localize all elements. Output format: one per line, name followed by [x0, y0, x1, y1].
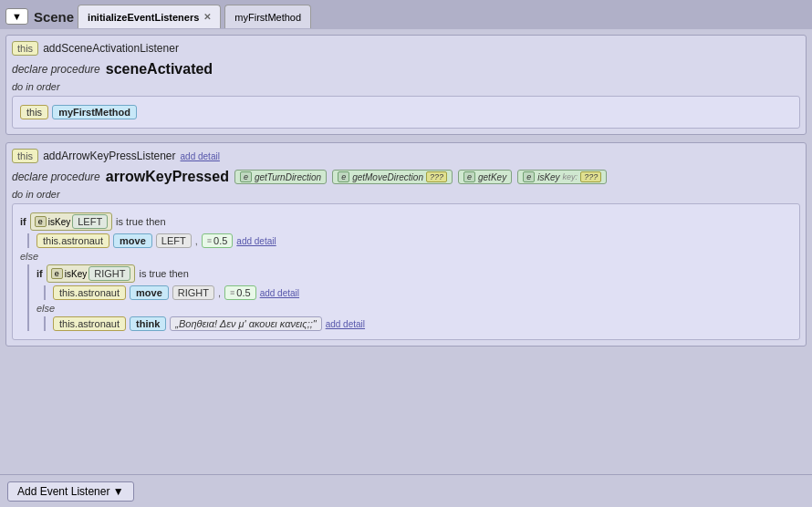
think-text-value: „Βοηθεια! Δεν μ' ακουει κανεις;;": [175, 318, 316, 329]
param-getKey-label: getKey: [478, 172, 506, 182]
think-row: this.astronaut think „Βοηθεια! Δεν μ' ακ…: [53, 316, 792, 331]
section1-this-tag: this: [12, 41, 38, 56]
param-getTurnDirection-label: getTurnDirection: [255, 172, 321, 182]
param-getKey: e getKey: [458, 170, 512, 184]
param-isKey-ques: ???: [580, 171, 601, 182]
param-isKey: e isKey key: ???: [517, 170, 607, 184]
number-0.5-1: ≡ 0.5: [202, 233, 234, 248]
number-val-2: 0.5: [236, 287, 250, 298]
main-content: this addSceneActivationListener declare …: [0, 29, 812, 474]
section1-code-block: this myFirstMethod: [12, 96, 800, 129]
key-LEFT-tag: LEFT: [72, 214, 108, 229]
add-detail-3[interactable]: add detail: [326, 319, 365, 329]
tab-myFirstMethod-label: myFirstMethod: [234, 12, 301, 23]
move-right-row: this.astronaut move RIGHT , ≡ 0.5 add de…: [53, 285, 792, 300]
section1-this-obj-label: this: [26, 107, 42, 118]
section2-outer-block: if e isKey LEFT is true then this.astron…: [12, 203, 800, 340]
scene-title: Scene: [34, 9, 74, 25]
move-method-2[interactable]: move: [130, 285, 169, 300]
param-getMoveDirection: e getMoveDirection ???: [332, 170, 453, 184]
tab-initializeEventListeners[interactable]: initializeEventListeners ✕: [78, 5, 221, 28]
astronaut-obj-3-label: this.astronaut: [59, 318, 120, 329]
e-inner-1: e: [35, 216, 47, 227]
move-method-1[interactable]: move: [113, 233, 152, 248]
dir-RIGHT: RIGHT: [172, 285, 214, 300]
is-true-text-2: is true then: [139, 268, 188, 279]
astronaut-obj-1[interactable]: this.astronaut: [36, 233, 109, 248]
param-e-tag-3: e: [463, 171, 475, 182]
section1-declare: declare procedure sceneActivated: [12, 61, 800, 78]
bottom-bar: Add Event Listener ▼: [0, 474, 812, 507]
section1-this-object[interactable]: this: [20, 105, 48, 119]
comma-1: ,: [195, 235, 198, 246]
param-e-tag-1: e: [240, 171, 252, 182]
section2-listener-name: addArrowKeyPressListener: [43, 150, 175, 162]
if-right-condition-row: if e isKey RIGHT is true then: [36, 264, 792, 283]
section2-add-detail[interactable]: add detail: [181, 151, 220, 161]
astronaut-obj-2-label: this.astronaut: [59, 287, 120, 298]
scene-box-arrow: ▼: [12, 11, 22, 22]
else-keyword-1: else: [20, 251, 792, 262]
section2-this-tag: this: [12, 149, 38, 163]
else-keyword-2: else: [36, 303, 792, 314]
param-getTurnDirection: e getTurnDirection: [234, 170, 327, 184]
e-ref-tag-1: e isKey LEFT: [30, 212, 112, 231]
section2-declare: declare procedure arrowKeyPressed e getT…: [12, 169, 800, 185]
section1-proc-name: sceneActivated: [106, 61, 213, 78]
param-getMoveDirection-ques: ???: [426, 171, 447, 182]
if-keyword-1: if: [20, 216, 26, 227]
section1-method-tag[interactable]: myFirstMethod: [52, 105, 137, 119]
key-RIGHT-tag: RIGHT: [88, 266, 130, 281]
add-detail-1[interactable]: add detail: [236, 236, 276, 246]
move-left-row: this.astronaut move LEFT , ≡ 0.5 add det…: [36, 233, 792, 248]
param-isKey-key-label: key:: [563, 172, 578, 181]
e-isKey-label-1: isKey: [48, 217, 70, 227]
add-detail-2[interactable]: add detail: [260, 288, 299, 298]
section1-declare-prefix: declare procedure: [12, 63, 100, 76]
then-right-block: this.astronaut move RIGHT , ≡ 0.5 add de…: [44, 285, 792, 300]
comma-2: ,: [218, 287, 221, 298]
tab-myFirstMethod[interactable]: myFirstMethod: [224, 5, 311, 28]
param-e-tag-2: e: [338, 171, 349, 182]
section1-listener-name: addSceneActivationListener: [43, 42, 179, 55]
eq-icon-2: ≡: [230, 288, 234, 297]
section1-do-in-order: do in order: [12, 81, 800, 92]
is-true-text-1: is true then: [116, 216, 165, 227]
section1-header: this addSceneActivationListener: [12, 41, 800, 56]
number-0.5-2: ≡ 0.5: [224, 285, 256, 300]
section1-row1: this myFirstMethod: [20, 105, 792, 119]
param-isKey-label: isKey: [537, 172, 559, 182]
else-think-block: this.astronaut think „Βοηθεια! Δεν μ' ακ…: [44, 316, 792, 331]
section2-proc-name: arrowKeyPressed: [106, 169, 229, 185]
section2-declare-prefix: declare procedure: [12, 171, 100, 183]
if-keyword-2: if: [36, 268, 43, 279]
section-arrow-listener: this addArrowKeyPressListener add detail…: [5, 142, 807, 347]
tab-initializeEventListeners-label: initializeEventListeners: [88, 12, 199, 23]
param-getMoveDirection-label: getMoveDirection: [352, 172, 423, 182]
section2-do-in-order: do in order: [12, 189, 800, 200]
astronaut-obj-3[interactable]: this.astronaut: [53, 316, 126, 331]
astronaut-obj-2[interactable]: this.astronaut: [53, 285, 126, 300]
think-text-tag: „Βοηθεια! Δεν μ' ακουει κανεις;;": [170, 316, 321, 331]
then-left-block: this.astronaut move LEFT , ≡ 0.5 add det…: [27, 233, 792, 248]
param-e-tag-4: e: [523, 171, 535, 182]
section-activation-listener: this addSceneActivationListener declare …: [5, 35, 807, 135]
eq-icon-1: ≡: [207, 236, 212, 245]
e-ref-tag-2: e isKey RIGHT: [47, 264, 136, 283]
else-right-block: if e isKey RIGHT is true then this.astro…: [27, 264, 792, 331]
astronaut-obj-1-label: this.astronaut: [43, 235, 103, 246]
if-left-condition-row: if e isKey LEFT is true then: [20, 212, 792, 231]
tab-close-icon[interactable]: ✕: [203, 12, 211, 22]
scene-label: ▼ Scene: [5, 8, 74, 25]
scene-dropdown[interactable]: ▼: [5, 8, 28, 25]
e-isKey-label-2: isKey: [65, 269, 87, 279]
e-inner-2: e: [51, 268, 63, 279]
section2-header: this addArrowKeyPressListener add detail: [12, 149, 800, 163]
number-val-1: 0.5: [213, 235, 227, 246]
dir-LEFT-1: LEFT: [156, 233, 192, 248]
think-method[interactable]: think: [130, 316, 166, 331]
tab-bar: ▼ Scene initializeEventListeners ✕ myFir…: [0, 0, 812, 29]
add-event-listener-label: Add Event Listener ▼: [17, 485, 124, 498]
add-event-listener-button[interactable]: Add Event Listener ▼: [7, 481, 134, 502]
